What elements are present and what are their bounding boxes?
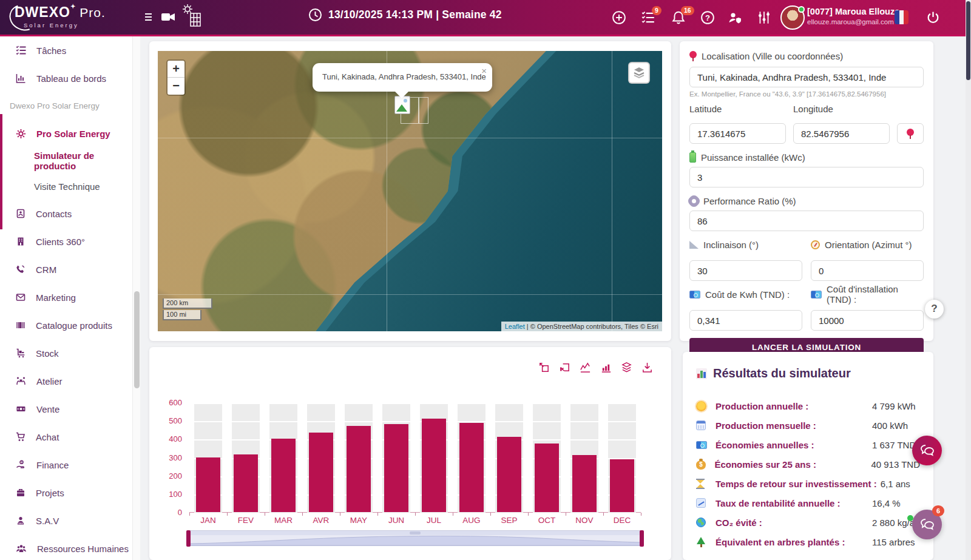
chat-button[interactable] [912, 436, 942, 465]
pr-label-row: Performance Ratio (%) [689, 195, 924, 207]
sidebar-item-label: S.A.V [36, 516, 59, 526]
line-chart-icon[interactable] [580, 362, 591, 373]
chat-online-dot [907, 515, 913, 521]
leaflet-map[interactable]: Tuni, Kakinada, Andhra Pradesh, 533401, … [158, 51, 662, 331]
datazoom-right-handle[interactable] [640, 530, 644, 547]
location-input[interactable] [689, 67, 924, 87]
sidebar-item-atelier[interactable]: Atelier [0, 367, 132, 395]
sidebar-item-tableau-de-bords[interactable]: Tableau de bords [0, 64, 132, 92]
page-scrollbar-thumb[interactable] [966, 1, 970, 80]
help-circle-icon[interactable]: ? [700, 10, 715, 27]
sidebar-item-projets[interactable]: Projets [0, 479, 132, 507]
results-title-row: Résultats du simulateur [696, 366, 920, 380]
attribution-text: | © OpenStreetMap contributors, Tiles © … [525, 323, 658, 330]
geolocate-pin-button[interactable] [897, 123, 924, 144]
chat-bubbles-icon [919, 444, 935, 458]
sidebar-subitem-simulateur[interactable]: Simulateur de productio [0, 147, 132, 174]
logout-power-icon[interactable] [926, 10, 940, 27]
page-scrollbar[interactable] [966, 0, 971, 560]
video-camera-icon[interactable] [160, 10, 176, 27]
sidebar-item-taches[interactable]: Tâches [0, 36, 132, 64]
x-tick-label: AVR [302, 516, 340, 525]
add-icon[interactable] [612, 10, 626, 27]
popup-close-icon[interactable]: × [481, 66, 487, 76]
sidebar-subitem-visite-technique[interactable]: Visite Technique [0, 174, 132, 200]
result-row: Économies sur 25 ans :40 913 TND [696, 454, 920, 474]
user-avatar[interactable] [780, 5, 805, 30]
latitude-input[interactable] [689, 123, 786, 144]
power-input[interactable] [689, 167, 924, 187]
sidebar-item-label: Pro Solar Energy [36, 129, 110, 139]
result-row: CO₂ évité :2 880 kg/an [696, 513, 920, 532]
sidebar-item-achat[interactable]: Achat [0, 423, 132, 451]
user-shield-icon[interactable] [727, 10, 743, 27]
hamburger-menu-icon[interactable] [144, 13, 154, 24]
chart-x-axis: JANFEVMARAVRMAYJUNJULAUGSEPOCTNOVDEC [189, 516, 641, 525]
sidebar-item-contacts[interactable]: Contacts [0, 200, 132, 228]
settings-sliders-icon[interactable] [757, 10, 771, 27]
sidebar-item-stock[interactable]: Stock [0, 339, 132, 367]
chart-toolbar [538, 362, 653, 373]
sidebar-item-sav[interactable]: S.A.V [0, 507, 132, 535]
app-logo[interactable]: DWEXO✦Pro. Solar Energy [15, 4, 106, 29]
user-email: ellouze.maroua@gmail.com [807, 18, 899, 25]
x-tick-label: AUG [453, 516, 490, 525]
chart-datazoom-slider[interactable] [188, 530, 643, 546]
sidebar-item-label: Marketing [36, 292, 76, 303]
tasks-icon [16, 46, 26, 55]
sidebar-scrollbar[interactable] [132, 36, 140, 560]
banknote-icon [811, 291, 822, 299]
azimuth-label: Orientation (Azimut °) [825, 240, 912, 250]
power-label: Puissance installée (kWc) [701, 152, 805, 163]
battery-icon [689, 152, 696, 163]
sidebar-item-clients-360[interactable]: Clients 360° [0, 228, 132, 255]
sidebar-scrollbar-thumb[interactable] [134, 291, 140, 388]
datazoom-grip[interactable] [410, 531, 421, 535]
performance-ratio-input[interactable] [689, 211, 924, 231]
bar-chart-icon[interactable] [600, 362, 612, 373]
result-row: Production annuelle :4 799 kWh [696, 396, 920, 416]
map-graticule [158, 294, 662, 295]
sidebar-item-marketing[interactable]: Marketing [0, 283, 132, 311]
sidebar-item-ressources-humaines[interactable]: Ressources Humaines [0, 535, 132, 560]
stack-icon[interactable] [621, 362, 632, 373]
sidebar-item-finance[interactable]: $ Finance [0, 451, 132, 479]
sidebar-item-label: Clients 360° [36, 237, 85, 247]
datazoom-left-handle[interactable] [186, 530, 191, 547]
zoom-in-button[interactable]: + [167, 61, 184, 78]
zoom-out-button[interactable]: − [167, 78, 184, 95]
layers-control-button[interactable] [628, 62, 650, 84]
sidebar-item-crm[interactable]: CRM [0, 255, 132, 283]
bar-dec [610, 459, 634, 512]
solar-panel-icon[interactable] [182, 4, 201, 30]
header-datetime: 13/10/2025 14:13 PM | Semaine 42 [308, 8, 502, 22]
restore-icon[interactable] [559, 362, 570, 373]
azimuth-input[interactable] [811, 260, 924, 281]
help-floating-button[interactable]: ? [925, 300, 944, 319]
sidebar-item-label: Stock [36, 348, 59, 359]
location-hint: Ex. Montpellier, France ou "43.6, 3.9" [… [689, 90, 924, 98]
language-flag-france[interactable] [895, 10, 908, 24]
install-cost-input[interactable] [811, 310, 924, 331]
zoom-select-icon[interactable] [538, 362, 550, 373]
user-menu[interactable]: [0077] Maroua Ellouze ellouze.maroua@gma… [807, 7, 899, 25]
tilt-input[interactable] [689, 260, 802, 281]
sidebar-item-pro-solar-energy[interactable]: Pro Solar Energy [0, 120, 132, 147]
download-icon[interactable] [641, 362, 653, 373]
leaflet-link[interactable]: Leaflet [505, 323, 525, 330]
chat-button-secondary[interactable]: 6 [912, 510, 942, 539]
map-popup: Tuni, Kakinada, Andhra Pradesh, 533401, … [313, 63, 492, 92]
power-label-row: Puissance installée (kWc) [689, 151, 924, 163]
gear-icon [16, 129, 26, 139]
sidebar-item-vente[interactable]: Vente [0, 395, 132, 423]
kwh-cost-input[interactable] [689, 310, 802, 331]
datetime-text: 13/10/2025 14:13 PM | Semaine 42 [328, 8, 502, 21]
bar-oct [535, 444, 559, 512]
sidebar-item-label: Finance [36, 460, 69, 470]
location-label: Localisation (Ville ou coordonnées) [702, 51, 843, 61]
longitude-input[interactable] [793, 123, 890, 144]
briefcase-icon [16, 488, 25, 498]
map-marker-broken-image[interactable] [394, 96, 410, 114]
building-icon [16, 237, 25, 246]
sidebar-item-catalogue-produits[interactable]: Catalogue produits [0, 311, 132, 339]
